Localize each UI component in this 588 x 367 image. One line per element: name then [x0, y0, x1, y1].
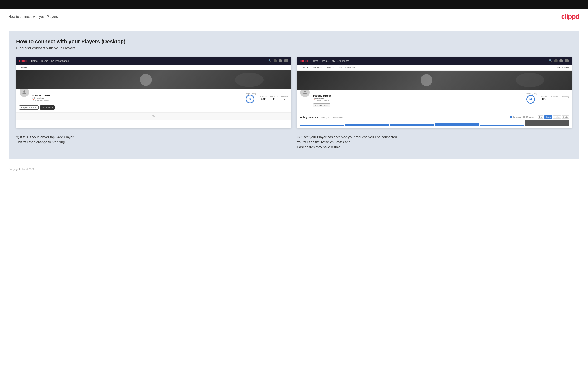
- mock-logo-right: clippd: [300, 59, 308, 62]
- activities-stat-right: Activities 129: [541, 96, 547, 101]
- mock-logo-left: clippd: [19, 59, 27, 62]
- caption-left-text: 3) If this is your Player tap, 'Add Play…: [16, 135, 291, 145]
- user-icon-left[interactable]: [274, 59, 277, 62]
- pencil-icon-left: ✎: [152, 114, 155, 118]
- banner-blob-left: [235, 73, 264, 87]
- tab-dashboard-right[interactable]: Dashboard: [310, 66, 324, 70]
- mock-nav-teams-right[interactable]: Teams: [322, 60, 329, 62]
- mock-navbar-right: clippd Home Teams My Performance 🔍: [297, 57, 572, 65]
- legend-on-course: On course: [510, 116, 521, 118]
- user-dropdown-right[interactable]: Marcus Turner: [557, 67, 569, 69]
- mock-tabs-right-container: Profile Dashboard Activities What To Wor…: [297, 65, 572, 71]
- settings-icon-right[interactable]: [560, 59, 563, 62]
- page-subheading: Find and connect with your Players: [16, 46, 572, 50]
- settings-icon-left[interactable]: [279, 59, 282, 62]
- action-buttons-left: Request to Follow Add Player +: [19, 106, 288, 109]
- tab-what-to-work-on-right[interactable]: What To Work On: [336, 66, 357, 70]
- time-3mths-button[interactable]: 3 mths: [553, 116, 561, 118]
- tab-profile-left[interactable]: Profile: [19, 65, 29, 70]
- page-heading: How to connect with your Players (Deskto…: [16, 39, 572, 45]
- pencil-area-left: ✎: [16, 112, 291, 120]
- banner-blob-right: [516, 73, 544, 87]
- player-name-right: Marcus Turner: [313, 94, 331, 97]
- tab-activities-right[interactable]: Activities: [324, 66, 336, 70]
- main-content: How to connect with your Players (Deskto…: [9, 31, 579, 159]
- mock-nav-items-left: Home Teams My Performance: [31, 60, 268, 62]
- globe-icon-left[interactable]: [284, 59, 288, 62]
- activities-stat-left: Activities 129: [260, 95, 267, 100]
- followers-stat-right: Followers 0: [551, 96, 558, 101]
- player-info-left: Marcus Turner 1-5 Handicap 📍 United King…: [32, 93, 51, 101]
- add-player-button[interactable]: Add Player +: [40, 106, 55, 109]
- screenshot-right: clippd Home Teams My Performance 🔍 Profi…: [297, 57, 572, 128]
- quality-stat-left: Player Quality 92: [246, 93, 256, 103]
- mock-nav-teams-left[interactable]: Teams: [41, 60, 48, 62]
- following-stat-left: Following 0: [281, 95, 288, 100]
- time-6mths-button[interactable]: 6 mths: [544, 116, 552, 118]
- logo: clippd: [561, 13, 579, 20]
- chart-bar-1: [300, 125, 344, 126]
- avatar-section-left: Marcus Turner 1-5 Handicap 📍 United King…: [19, 92, 51, 101]
- profile-banner-right: [297, 71, 572, 90]
- svg-point-1: [304, 91, 306, 92]
- mock-nav-performance-right[interactable]: My Performance: [332, 60, 349, 62]
- tab-profile-right[interactable]: Profile: [300, 66, 310, 70]
- globe-icon-right[interactable]: [565, 59, 569, 62]
- location-pin-icon-right: 📍: [313, 99, 315, 101]
- header: How to connect with your Players clippd: [0, 8, 588, 25]
- mock-nav-home-right[interactable]: Home: [312, 60, 318, 62]
- screenshots-row: clippd Home Teams My Performance 🔍 Profi…: [16, 57, 572, 128]
- player-name-left: Marcus Turner: [32, 94, 51, 97]
- remove-player-button[interactable]: Remove Player: [313, 103, 330, 107]
- quality-circle-left: 92: [246, 95, 254, 103]
- time-1yr-button[interactable]: 1 yr: [538, 116, 544, 118]
- mock-tabs-left: Profile: [16, 65, 291, 70]
- activity-chart: [300, 120, 569, 126]
- player-location-right: 📍 United Kingdom: [313, 99, 331, 101]
- request-follow-button[interactable]: Request to Follow: [19, 106, 39, 109]
- stats-section-right: Player Quality 92 Activities 129 Followe…: [526, 93, 569, 104]
- chart-bar-4: [435, 123, 479, 126]
- header-divider: [9, 25, 579, 25]
- user-icon-right[interactable]: [554, 59, 558, 62]
- footer: Copyright Clippd 2022: [0, 165, 588, 173]
- legend-off-course: Off course: [523, 116, 534, 118]
- banner-circle-left: [140, 74, 152, 86]
- top-bar: [0, 0, 588, 8]
- mock-nav-icons-left: 🔍: [268, 59, 288, 62]
- mock-nav-performance-left[interactable]: My Performance: [51, 60, 69, 62]
- mock-nav-items-right: Home Teams My Performance: [312, 60, 549, 62]
- activity-subtitle: Monthly Activity · 6 Months: [321, 117, 343, 118]
- activity-header-right: Activity Summary Monthly Activity · 6 Mo…: [300, 115, 569, 119]
- activity-title: Activity Summary: [300, 116, 318, 118]
- time-filter-buttons: 1 yr 6 mths 3 mths 1 mth: [538, 116, 569, 118]
- player-info-right: Marcus Turner 1-5 Handicap 📍 United King…: [313, 93, 331, 107]
- activity-title-group: Activity Summary Monthly Activity · 6 Mo…: [300, 115, 343, 119]
- captions-row: 3) If this is your Player tap, 'Add Play…: [16, 135, 572, 150]
- time-1mth-button[interactable]: 1 mth: [562, 116, 569, 118]
- stats-section-left: Player Quality 92 Activities 129 Followe…: [246, 93, 288, 103]
- copyright-text: Copyright Clippd 2022: [9, 168, 35, 171]
- breadcrumb: How to connect with your Players: [9, 15, 58, 18]
- chart-bar-3: [390, 124, 434, 126]
- following-stat-right: Following 0: [562, 96, 569, 101]
- on-course-color: [510, 116, 512, 118]
- search-icon-left[interactable]: 🔍: [268, 59, 272, 62]
- svg-point-0: [23, 90, 25, 92]
- caption-right: 4) Once your Player has accepted your re…: [297, 135, 572, 150]
- search-icon-right[interactable]: 🔍: [549, 59, 552, 62]
- caption-left: 3) If this is your Player tap, 'Add Play…: [16, 135, 291, 150]
- player-handicap-right: 1-5 Handicap: [313, 97, 331, 99]
- banner-circle-right: [421, 74, 432, 86]
- profile-body-right: Marcus Turner 1-5 Handicap 📍 United King…: [297, 90, 572, 113]
- profile-banner-left: [16, 70, 291, 89]
- off-course-color: [523, 116, 525, 118]
- profile-body-left: Marcus Turner 1-5 Handicap 📍 United King…: [16, 89, 291, 112]
- mock-nav-icons-right: 🔍: [549, 59, 569, 62]
- activity-summary-right: Activity Summary Monthly Activity · 6 Mo…: [297, 113, 572, 128]
- mock-nav-home-left[interactable]: Home: [31, 60, 38, 62]
- chart-legend: On course Off course: [510, 116, 533, 118]
- player-location-left: 📍 United Kingdom: [32, 99, 51, 101]
- quality-stat-right: Player Quality 92: [526, 93, 537, 104]
- followers-stat-left: Followers 0: [270, 95, 277, 100]
